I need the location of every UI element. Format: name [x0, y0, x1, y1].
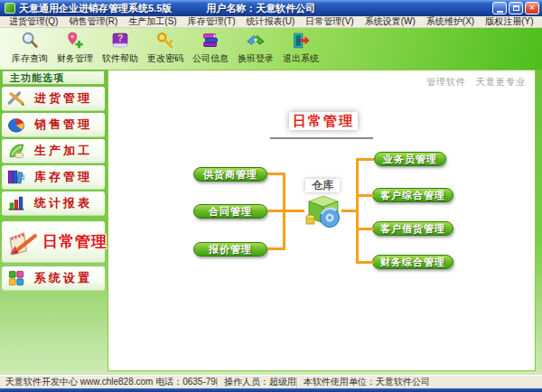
handshake-icon: [246, 31, 266, 51]
notepad-pencil-icon: [6, 226, 39, 258]
toolbar-label: 公司信息: [192, 52, 229, 65]
menubar: 进货管理(Q) 销售管理(R) 生产加工(S) 库存管理(T) 统计报表(U) …: [0, 16, 542, 28]
sidebar-item-label: 统计报表: [34, 195, 92, 211]
status-company: 本软件使用单位：天意软件公司: [298, 376, 542, 388]
menu-purchase[interactable]: 进货管理(Q): [4, 15, 63, 28]
sidebar-item-label: 系统设置: [34, 270, 92, 286]
menu-inventory[interactable]: 库存管理(T): [182, 15, 241, 28]
sidebar-item-production[interactable]: 生产加工: [2, 139, 105, 163]
sidebar-item-label: 库存管理: [34, 169, 92, 185]
node-customer-loan-management[interactable]: 客户借货管理: [372, 221, 453, 236]
window-bottom-border: [0, 388, 542, 392]
toolbar: 库存查询 财务管理 ? 软件帮助 更改密码: [0, 28, 542, 70]
node-customer-management[interactable]: 客户综合管理: [372, 188, 453, 202]
main-body: 主功能选项 进货管理 销售管理: [0, 70, 542, 375]
warehouse-label: 仓库: [305, 179, 340, 192]
sidebar-item-label: 进货管理: [34, 90, 92, 107]
node-supplier-management[interactable]: 供货商管理: [193, 167, 267, 182]
status-developer-info: 天意软件开发中心 www.chle828.com 电话：0635-7987985…: [0, 376, 217, 388]
blocks-icon: [6, 268, 26, 288]
app-icon: [5, 3, 15, 14]
toolbar-exit[interactable]: 退出系统: [278, 31, 323, 65]
close-icon: ×: [529, 4, 535, 13]
node-contract-management[interactable]: 合同管理: [193, 204, 267, 219]
toolbar-label: 财务管理: [57, 52, 93, 65]
window-title: 天意通用企业进销存管理系统5.5版: [19, 2, 172, 15]
close-button[interactable]: ×: [525, 2, 539, 14]
toolbar-label: 退出系统: [283, 52, 319, 65]
diagram-title: 日常管理: [289, 112, 358, 130]
toolbar-inventory-query[interactable]: 库存查询: [7, 31, 52, 65]
toolbar-label: 库存查询: [12, 52, 48, 65]
menu-daily[interactable]: 日常管理(V): [300, 15, 359, 28]
books-icon: [201, 31, 220, 51]
user-name-label: 用户名称：天意软件公司: [206, 2, 315, 15]
menu-sales[interactable]: 销售管理(R): [63, 15, 123, 28]
menu-settings[interactable]: 系统设置(W): [360, 15, 421, 28]
titlebar: 天意通用企业进销存管理系统5.5版 用户名称：天意软件公司 ×: [0, 0, 542, 16]
key-icon: [155, 31, 175, 51]
restore-button[interactable]: [509, 2, 523, 14]
sidebar-item-reports[interactable]: 统计报表: [2, 191, 105, 216]
status-operator: 操作人员：超级用户: [219, 376, 296, 388]
sidebar-item-inventory[interactable]: 库存管理: [2, 165, 105, 190]
node-finance-management[interactable]: 财务综合管理: [372, 255, 453, 269]
sidebar-item-label: 日常管理: [42, 231, 107, 252]
app-window: 天意通用企业进销存管理系统5.5版 用户名称：天意软件公司 × 进货管理(Q) …: [0, 0, 542, 392]
pencil-tools-icon: [6, 89, 26, 108]
sidebar-item-settings[interactable]: 系统设置: [2, 266, 105, 291]
sidebar-header: 主功能选项: [2, 70, 105, 85]
finance-icon: [65, 31, 85, 51]
menu-ime[interactable]: 输入法(Z): [539, 15, 542, 28]
sidebar-item-sales[interactable]: 销售管理: [2, 113, 105, 137]
minimize-button[interactable]: [492, 2, 507, 14]
exit-door-icon: [291, 31, 311, 51]
menu-maintenance[interactable]: 系统维护(X): [421, 15, 480, 28]
sidebar-item-label: 生产加工: [34, 143, 92, 159]
leaf-book-icon: [6, 141, 26, 161]
svg-text:?: ?: [117, 33, 123, 43]
connector-line: [356, 194, 374, 197]
menu-production[interactable]: 生产加工(S): [123, 15, 182, 28]
content-panel: 管理软件 天意更专业 日常管理 供货商管理 合同管理 报价管理 业务员管理 客户…: [107, 70, 536, 371]
pie-chart-icon: [6, 115, 26, 135]
restore-icon: [513, 5, 519, 11]
sidebar-item-daily[interactable]: 日常管理: [2, 221, 105, 263]
help-book-icon: ?: [110, 31, 130, 51]
connector-line: [356, 261, 374, 264]
minimize-icon: [497, 11, 503, 13]
toolbar-label: 更改密码: [147, 52, 183, 65]
node-salesman-management[interactable]: 业务员管理: [374, 152, 446, 166]
brand-slogan: 管理软件 天意更专业: [426, 76, 526, 89]
toolbar-company-info[interactable]: 公司信息: [188, 31, 233, 65]
connector-line: [356, 228, 374, 230]
sidebar-item-label: 销售管理: [34, 117, 92, 133]
menu-register[interactable]: 版权注册(Y): [480, 15, 538, 28]
warehouse-box-cd-icon: [300, 192, 343, 229]
toolbar-help[interactable]: ? 软件帮助: [98, 31, 143, 65]
toolbar-change-password[interactable]: 更改密码: [143, 31, 188, 65]
statusbar: 天意软件开发中心 www.chle828.com 电话：0635-7987985…: [0, 375, 542, 388]
sidebar-item-purchase[interactable]: 进货管理: [2, 87, 105, 111]
search-icon: [20, 31, 40, 51]
diagram-underline: [270, 137, 373, 139]
connector-line: [356, 158, 374, 161]
node-quotation-management[interactable]: 报价管理: [193, 242, 267, 257]
toolbar-shift-login[interactable]: 换班登录: [233, 31, 278, 65]
toolbar-finance[interactable]: 财务管理: [52, 31, 98, 65]
books-shelf-icon: [6, 167, 26, 187]
bar-chart-icon: [6, 193, 26, 213]
connector-line: [356, 158, 359, 264]
menu-reports[interactable]: 统计报表(U): [240, 15, 300, 28]
sidebar: 主功能选项 进货管理 销售管理: [0, 70, 107, 375]
toolbar-label: 换班登录: [238, 52, 274, 65]
toolbar-label: 软件帮助: [102, 52, 138, 65]
